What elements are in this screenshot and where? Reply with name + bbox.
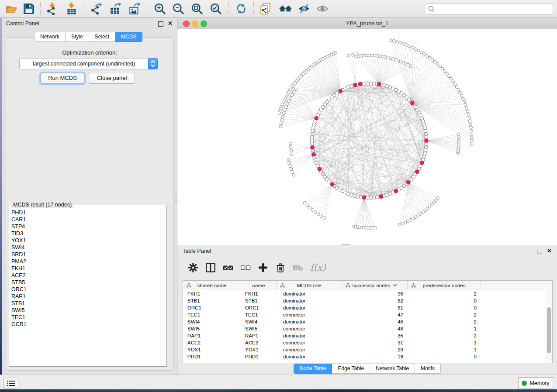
mcds-result-item[interactable]: STP4 [10, 223, 160, 230]
mcds-result-item[interactable]: ACE2 [10, 272, 160, 279]
cell: YOX1 [183, 346, 241, 353]
cell: 2 [408, 311, 481, 318]
zoom-in-icon[interactable] [154, 3, 166, 15]
tab-mcds[interactable]: MCDS [115, 32, 142, 42]
save-session-icon[interactable] [23, 3, 35, 15]
table-row-RAP1[interactable]: RAP1RAP1dominator352 [183, 332, 546, 339]
mcds-result-item[interactable]: ORC1 [10, 286, 160, 293]
mcds-result-item[interactable]: GCR1 [10, 321, 160, 328]
mcds-result-item[interactable]: PHD1 [10, 209, 160, 216]
cell: 0 [408, 297, 481, 304]
table-row-SWI4[interactable]: SWI4SWI4dominator462 [183, 318, 546, 325]
delete-table-icon [293, 262, 303, 273]
control-panel-title: Control Panel [6, 21, 39, 27]
show-panels-icon[interactable] [316, 3, 329, 15]
zoom-out-icon[interactable] [172, 3, 184, 15]
tab-select[interactable]: Select [89, 32, 115, 42]
mcds-result-item[interactable]: PMA2 [10, 258, 160, 265]
home-icon[interactable] [279, 3, 293, 15]
gear-icon[interactable] [188, 262, 198, 273]
mcds-result-item[interactable]: YOX1 [10, 237, 160, 244]
network-window-titlebar[interactable]: YPA_prune.txt_1 [177, 18, 557, 29]
zoom-fit-icon[interactable] [191, 3, 203, 15]
column-header-successor-nodes[interactable]: successor nodes [342, 281, 408, 290]
mcds-result-item[interactable]: STB1 [10, 300, 160, 307]
tab-network[interactable]: Network [34, 32, 66, 42]
table-scrollbar-thumb[interactable] [547, 307, 551, 353]
hide-panels-icon[interactable] [298, 3, 310, 15]
network-graph-canvas[interactable] [177, 29, 557, 245]
cell: PHD1 [241, 353, 277, 360]
column-header-predecessor-nodes[interactable]: predecessor nodes [408, 281, 481, 290]
mcds-result-item[interactable]: SWI5 [10, 307, 160, 314]
table-row-TEC1[interactable]: TEC1TEC1connector472 [183, 311, 546, 318]
import-network-icon[interactable] [46, 3, 59, 15]
table-scrollbar[interactable] [546, 290, 552, 363]
run-mcds-button[interactable]: Run MCDS [41, 73, 84, 84]
add-row-icon[interactable] [258, 262, 268, 273]
import-table-icon[interactable] [66, 3, 78, 15]
mcds-result-item[interactable]: CAR1 [10, 216, 160, 223]
delete-row-icon[interactable] [275, 262, 286, 273]
mcds-result-item[interactable]: SWI4 [10, 244, 160, 251]
select-all-icon[interactable] [223, 262, 233, 273]
table-row-STB1[interactable]: STB1STB1dominator620 [183, 297, 546, 304]
column-header-name[interactable]: name [241, 281, 277, 290]
columns-icon[interactable] [205, 262, 216, 273]
control-panel: Control Panel ✕ NetworkStyleSelectMCDS O… [2, 18, 177, 375]
float-panel-icon[interactable] [158, 21, 163, 27]
search-input[interactable] [436, 6, 553, 12]
cell: 2 [408, 318, 481, 325]
optimization-criterion-select[interactable]: largest connected component (undirected) [19, 58, 158, 69]
cell: SWI5 [183, 325, 241, 332]
network-view-window: YPA_prune.txt_1 [177, 18, 557, 245]
table-row-ORC1[interactable]: ORC1ORC1dominator610 [183, 304, 546, 311]
mcds-result-item[interactable]: FKH1 [10, 265, 160, 272]
zoom-selected-icon[interactable] [210, 3, 222, 15]
table-row-ACE2[interactable]: ACE2ACE2connector311 [183, 339, 546, 346]
result-list-scrollbar[interactable] [160, 206, 166, 366]
mcds-result-item[interactable]: TEC1 [10, 314, 160, 321]
task-history-button[interactable] [3, 378, 18, 389]
mcds-result-item[interactable]: TID3 [10, 230, 160, 237]
cell: ACE2 [183, 339, 241, 346]
export-image-icon[interactable] [128, 3, 141, 15]
tab-edge-table[interactable]: Edge Table [332, 364, 370, 374]
table-row-FKH1[interactable]: FKH1FKH1dominator962 [183, 290, 546, 297]
cell: dominator [277, 332, 342, 339]
refresh-icon[interactable] [235, 3, 247, 15]
mcds-result-item[interactable]: RAP1 [10, 293, 160, 300]
tab-style[interactable]: Style [66, 32, 89, 42]
cell: 0 [408, 353, 481, 360]
cell: TEC1 [241, 311, 277, 318]
close-panel-button[interactable]: Close panel [89, 73, 135, 84]
cell: RAP1 [183, 332, 241, 339]
tab-motifs[interactable]: Motifs [415, 364, 441, 374]
cell: 1 [408, 325, 481, 332]
optimization-criterion-value: largest connected component (undirected) [20, 58, 148, 69]
close-panel-icon[interactable]: ✕ [547, 248, 552, 254]
table-row-YOX1[interactable]: YOX1YOX1connector291 [183, 346, 546, 353]
deselect-all-icon[interactable] [240, 262, 251, 273]
open-file-icon[interactable] [5, 3, 17, 15]
tab-network-table[interactable]: Network Table [370, 364, 415, 374]
memory-button[interactable]: Memory [518, 377, 553, 389]
export-network-icon[interactable] [90, 3, 102, 15]
mcds-result-item[interactable]: STB5 [10, 279, 160, 286]
cell: ORC1 [241, 304, 277, 311]
clone-network-icon[interactable] [259, 3, 272, 15]
cell: FKH1 [241, 290, 277, 297]
node-table: shared namenameMCDS rolesuccessor nodesp… [183, 280, 553, 363]
table-row-PHD1[interactable]: PHD1PHD1dominator180 [183, 353, 546, 360]
memory-status-icon [522, 381, 527, 386]
column-header-shared-name[interactable]: shared name [183, 281, 241, 290]
float-panel-icon[interactable] [537, 249, 542, 254]
close-panel-icon[interactable]: ✕ [168, 20, 173, 27]
export-table-icon[interactable] [109, 3, 121, 15]
cell: SWI5 [241, 325, 277, 332]
table-row-SWI5[interactable]: SWI5SWI5connector431 [183, 325, 546, 332]
tab-node-table[interactable]: Node Table [294, 364, 332, 374]
column-header-MCDS-role[interactable]: MCDS role [277, 281, 342, 290]
mcds-result-list: PHD1CAR1STP4TID3YOX1SWI4SRD1PMA2FKH1ACE2… [10, 209, 160, 366]
mcds-result-item[interactable]: SRD1 [10, 251, 160, 258]
